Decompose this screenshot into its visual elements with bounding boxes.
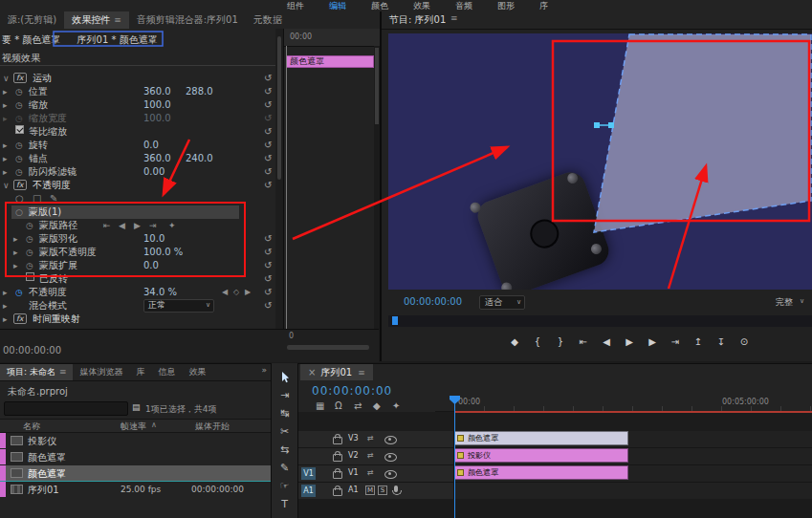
mask-group-row[interactable]: ○ 蒙版(1) (0, 205, 275, 219)
reset-icon[interactable]: ↺ (264, 85, 272, 98)
track-name[interactable]: V1 (348, 468, 359, 477)
mini-timeline-clip[interactable]: 颜色遮罩 (286, 55, 374, 68)
stopwatch-icon[interactable]: ◷ (26, 232, 33, 246)
reset-icon[interactable]: ↺ (264, 165, 272, 179)
mask-group-label[interactable]: 蒙版(1) (29, 205, 61, 219)
panel-menu-icon[interactable]: ≡ (450, 13, 458, 23)
sync-lock-icon[interactable]: ⇄ (367, 451, 374, 460)
item-name[interactable]: 颜色遮罩 (28, 451, 66, 464)
tab-audio-mixer[interactable]: 音频剪辑混合器:序列01 (129, 11, 246, 29)
anchor-x-value[interactable]: 360.0 (143, 152, 171, 165)
reset-icon[interactable]: ↺ (264, 139, 272, 152)
panel-menu-icon[interactable]: ≡ (358, 368, 365, 378)
chevron-right-icon[interactable]: ▸ (3, 152, 8, 165)
mask-control-point[interactable] (594, 122, 600, 128)
stopwatch-icon[interactable]: ◷ (15, 152, 23, 165)
tab-overflow-icon[interactable]: » (261, 365, 267, 375)
breadcrumb-master[interactable]: 要 * 颜色遮罩 (2, 34, 60, 45)
scale-value[interactable]: 100.0 (143, 98, 171, 112)
step-forward-button[interactable]: ▶ (644, 335, 661, 350)
source-patch-v1[interactable]: V1 (301, 467, 316, 480)
reset-icon[interactable]: ↺ (264, 259, 272, 272)
tab-libraries[interactable]: 库 (129, 364, 151, 380)
label-color-chip[interactable] (0, 465, 6, 481)
effect-timecode[interactable]: 00:00:00:00 (3, 345, 61, 356)
type-tool[interactable]: T (272, 496, 297, 512)
anchor-y-value[interactable]: 240.0 (186, 152, 213, 165)
position-x-value[interactable]: 360.0 (143, 85, 171, 98)
reset-icon[interactable]: ↺ (264, 246, 272, 259)
mark-out-button[interactable]: } (552, 335, 569, 350)
lock-icon[interactable] (333, 454, 342, 462)
panel-menu-icon[interactable]: ≡ (59, 367, 67, 377)
list-view-icon[interactable]: ▤ (132, 402, 141, 412)
track-name[interactable]: V3 (348, 434, 359, 442)
stopwatch-icon[interactable]: ◷ (26, 246, 33, 259)
lock-icon[interactable] (333, 437, 342, 444)
reset-icon[interactable]: ↺ (264, 72, 272, 85)
slip-tool[interactable]: ⇆ (272, 442, 297, 458)
horizontal-scrollbar[interactable] (287, 345, 369, 350)
label-color-chip[interactable] (0, 449, 6, 464)
tab-project[interactable]: 项目: 未命名≡ (0, 364, 73, 380)
blend-mode-dropdown[interactable]: 正常 ∨ (143, 299, 214, 313)
mask-opacity-value[interactable]: 100.0 % (143, 246, 183, 259)
scrollbar-thumb[interactable] (277, 36, 281, 180)
column-name[interactable]: 名称 (23, 421, 40, 433)
workspace-item[interactable]: 音频 (455, 0, 472, 12)
hand-tool[interactable]: ☞ (272, 478, 297, 494)
track-header-v3[interactable]: V3 ⇄ (298, 431, 454, 447)
program-playhead-marker[interactable] (392, 316, 398, 325)
mask-frame-forward-icon[interactable]: ▶ (134, 219, 141, 232)
program-video-area[interactable] (388, 33, 812, 290)
effect-header-time-remap[interactable]: ▸ fx 时间重映射 (0, 313, 275, 326)
uniform-scale-checkbox[interactable] (15, 125, 24, 134)
search-input[interactable] (4, 401, 128, 416)
program-timecode[interactable]: 00:00:00:00 (404, 296, 462, 307)
chevron-right-icon[interactable]: ▸ (3, 98, 8, 112)
snap-magnet-icon[interactable]: Ω (335, 400, 342, 411)
go-to-out-button[interactable]: ⇥ (667, 335, 684, 350)
label-color-chip[interactable] (0, 433, 6, 448)
resolution-dropdown[interactable]: 完整 (776, 296, 793, 309)
chevron-right-icon[interactable]: ▸ (3, 299, 8, 313)
rectangle-mask-icon[interactable]: □ (33, 192, 41, 205)
sync-lock-icon[interactable]: ⇄ (367, 434, 374, 442)
prev-keyframe-icon[interactable]: ◀ (222, 286, 228, 299)
track-name[interactable]: A1 (348, 486, 359, 494)
opacity-value[interactable]: 34.0 % (143, 286, 177, 299)
rotation-value[interactable]: 0.0 (143, 139, 159, 152)
lock-icon[interactable] (333, 488, 342, 496)
mini-timeline-playhead[interactable] (286, 46, 287, 329)
eye-icon[interactable] (384, 436, 397, 444)
timeline-timecode[interactable]: 00:00:00:00 (312, 384, 392, 398)
stopwatch-icon[interactable]: ◷ (26, 219, 33, 232)
scrollbar-thumb[interactable] (375, 48, 379, 124)
timeline-ruler[interactable]: 00:00 00:05:00:00 (435, 396, 812, 412)
add-keyframe-icon[interactable]: ◇ (233, 286, 239, 299)
panel-menu-icon[interactable]: ≡ (114, 15, 121, 25)
go-to-in-button[interactable]: ⇤ (575, 335, 592, 350)
chevron-right-icon[interactable]: ▸ (13, 232, 18, 246)
mark-in-button[interactable]: { (529, 335, 546, 350)
playhead-line[interactable] (454, 397, 455, 518)
mask-tracking-options-icon[interactable]: ✦ (168, 219, 176, 232)
stopwatch-icon[interactable]: ◷ (15, 139, 23, 152)
column-framerate[interactable]: 帧速率 (121, 421, 146, 433)
ellipse-mask-icon[interactable]: ○ (15, 192, 24, 205)
export-frame-button[interactable]: ⊙ (735, 335, 753, 350)
selection-tool[interactable] (272, 369, 297, 385)
workspace-item[interactable]: 图形 (497, 0, 515, 12)
track-mask-backward-icon[interactable]: ⇤ (103, 219, 111, 232)
timeline-clip[interactable]: 颜色遮罩 (454, 431, 628, 445)
inverted-checkbox[interactable] (26, 272, 34, 281)
tab-info[interactable]: 信息 (151, 364, 182, 380)
project-item-row[interactable]: 颜色遮罩 (0, 449, 271, 465)
workspace-item[interactable]: 效果 (413, 0, 430, 12)
tab-source-monitor[interactable]: 源:(无剪辑) (0, 11, 64, 29)
program-mini-ruler[interactable] (388, 315, 812, 327)
add-marker-icon[interactable]: ◆ (373, 400, 381, 411)
workspace-item[interactable]: 颜色 (371, 0, 388, 12)
razor-tool[interactable]: ✂ (272, 423, 297, 440)
mask-expansion-value[interactable]: 0.0 (143, 259, 159, 272)
